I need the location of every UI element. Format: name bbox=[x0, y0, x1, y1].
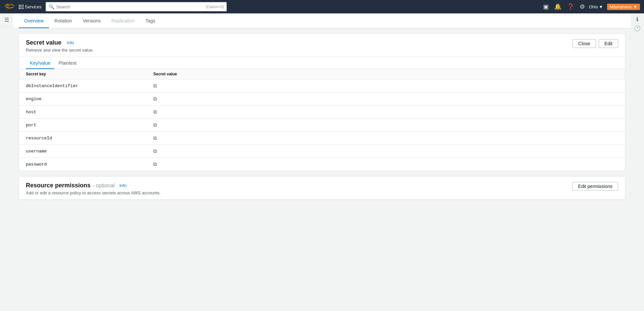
col-value-header: Secret value bbox=[147, 69, 625, 79]
panel-description: Retrieve and view the secret value. bbox=[26, 48, 94, 53]
user-menu[interactable]: MfaAdmins ▼ bbox=[607, 4, 640, 10]
help-icon[interactable]: ❓ bbox=[567, 3, 574, 10]
panel-header: Secret value Info Retrieve and view the … bbox=[19, 34, 625, 57]
secret-value-cell bbox=[147, 145, 625, 158]
region-arrow: ▼ bbox=[599, 4, 603, 9]
search-shortcut: [Option+S] bbox=[206, 5, 224, 9]
tab-rotation[interactable]: Rotation bbox=[49, 13, 77, 28]
secret-key-cell: resourceId bbox=[19, 132, 147, 145]
secret-key-cell: username bbox=[19, 145, 147, 158]
content-area: Secret value Info Retrieve and view the … bbox=[13, 28, 631, 211]
secret-key-cell: dbInstanceIdentifier bbox=[19, 79, 147, 92]
top-nav: aws Services 🔍 [Option+S] ▣ 🔔 ❓ ⚙ bbox=[0, 0, 644, 13]
edit-permissions-button[interactable]: Edit permissions bbox=[572, 182, 618, 191]
history-panel-icon[interactable]: 🕐 bbox=[634, 25, 641, 32]
secret-value-cell bbox=[147, 92, 625, 106]
search-bar[interactable]: 🔍 [Option+S] bbox=[46, 2, 227, 11]
terminal-icon[interactable]: ▣ bbox=[543, 3, 549, 10]
copy-icon[interactable] bbox=[153, 96, 157, 102]
resource-permissions-optional: - optional bbox=[93, 183, 115, 189]
inner-tabs: Key/value Plaintext bbox=[19, 57, 625, 69]
panel-info-link[interactable]: Info bbox=[67, 40, 74, 45]
table-row: port bbox=[19, 119, 625, 132]
edit-button[interactable]: Edit bbox=[599, 39, 618, 48]
secret-value-panel: Secret value Info Retrieve and view the … bbox=[19, 34, 625, 171]
tab-replication[interactable]: Replication bbox=[106, 13, 140, 28]
resource-permissions-panel: Resource permissions - optional Info Add… bbox=[19, 176, 625, 200]
tab-plaintext[interactable]: Plaintext bbox=[54, 57, 80, 69]
copy-icon[interactable] bbox=[153, 122, 157, 128]
secret-value-cell bbox=[147, 79, 625, 92]
table-row: password bbox=[19, 158, 625, 171]
col-key-header: Secret key bbox=[19, 69, 147, 79]
resource-permissions-title-row: Resource permissions - optional Info bbox=[26, 182, 161, 189]
table-row: username bbox=[19, 145, 625, 158]
secret-key-cell: password bbox=[19, 158, 147, 171]
sidebar-toggle[interactable]: ☰ bbox=[0, 13, 13, 27]
secret-key-cell: engine bbox=[19, 92, 147, 106]
secret-table: Secret key Secret value dbInstanceIdenti… bbox=[19, 69, 625, 171]
secret-key-cell: host bbox=[19, 106, 147, 119]
bell-icon[interactable]: 🔔 bbox=[554, 3, 561, 10]
secret-value-cell bbox=[147, 106, 625, 119]
copy-icon[interactable] bbox=[153, 83, 157, 89]
grid-icon bbox=[19, 5, 23, 9]
table-row: dbInstanceIdentifier bbox=[19, 79, 625, 92]
hamburger-icon: ☰ bbox=[4, 17, 9, 23]
info-panel-icon[interactable]: ℹ bbox=[636, 16, 638, 22]
table-row: host bbox=[19, 106, 625, 119]
services-label: Services bbox=[25, 4, 42, 9]
panel-actions: Close Edit bbox=[573, 39, 618, 48]
user-label: MfaAdmins bbox=[610, 4, 632, 9]
search-input[interactable] bbox=[56, 4, 204, 9]
tab-tags[interactable]: Tags bbox=[140, 13, 161, 28]
table-row: engine bbox=[19, 92, 625, 106]
copy-icon[interactable] bbox=[153, 135, 157, 141]
panel-header-left: Secret value Info Retrieve and view the … bbox=[26, 39, 94, 53]
close-button[interactable]: Close bbox=[573, 39, 596, 48]
nav-icons: ▣ 🔔 ❓ ⚙ bbox=[543, 3, 585, 10]
user-arrow: ▼ bbox=[633, 4, 637, 9]
resource-permissions-header-left: Resource permissions - optional Info Add… bbox=[26, 182, 161, 195]
main-content: Overview Rotation Versions Replication T… bbox=[13, 13, 631, 311]
services-menu[interactable]: Services bbox=[19, 4, 42, 9]
right-panel: ℹ 🕐 bbox=[631, 13, 644, 34]
resource-permissions-info-link[interactable]: Info bbox=[119, 183, 127, 188]
copy-icon[interactable] bbox=[153, 161, 157, 167]
resource-permissions-description: Add or edit a resource policy to access … bbox=[26, 190, 161, 195]
resource-permissions-title: Resource permissions bbox=[26, 182, 91, 189]
panel-title: Secret value bbox=[26, 39, 61, 46]
secret-value-cell bbox=[147, 119, 625, 132]
region-selector[interactable]: Ohio ▼ bbox=[589, 4, 603, 9]
secret-value-cell bbox=[147, 158, 625, 171]
secret-key-cell: port bbox=[19, 119, 147, 132]
resource-permissions-actions: Edit permissions bbox=[572, 182, 618, 191]
secret-value-cell bbox=[147, 132, 625, 145]
tabs-bar: Overview Rotation Versions Replication T… bbox=[13, 13, 631, 28]
table-row: resourceId bbox=[19, 132, 625, 145]
tab-keyvalue[interactable]: Key/value bbox=[26, 57, 54, 69]
copy-icon[interactable] bbox=[153, 148, 157, 154]
tab-overview[interactable]: Overview bbox=[19, 13, 49, 28]
aws-logo[interactable]: aws bbox=[4, 3, 15, 10]
copy-icon[interactable] bbox=[153, 109, 157, 115]
settings-icon[interactable]: ⚙ bbox=[580, 3, 585, 10]
resource-permissions-header: Resource permissions - optional Info Add… bbox=[19, 177, 625, 200]
region-label: Ohio bbox=[589, 4, 598, 9]
search-icon: 🔍 bbox=[49, 4, 54, 9]
tab-versions[interactable]: Versions bbox=[77, 13, 106, 28]
